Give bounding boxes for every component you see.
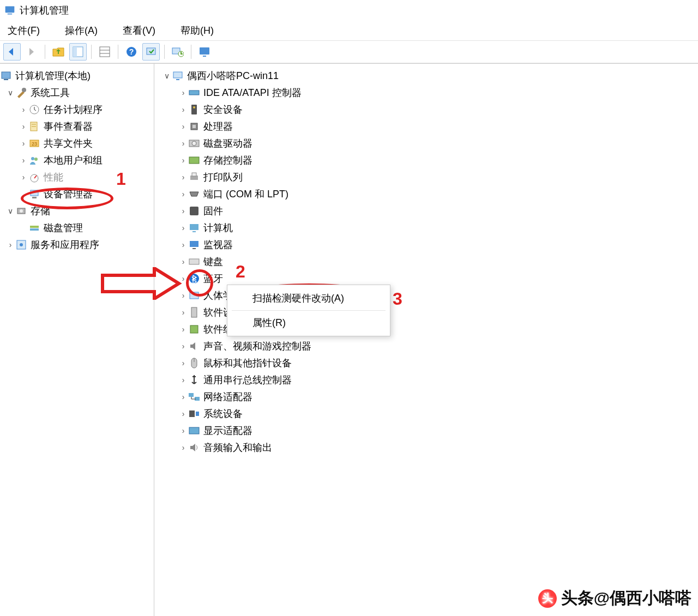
expand-icon[interactable]: › [178, 274, 188, 283]
tree-item-device-manager[interactable]: › 设备管理器 [19, 185, 154, 202]
tree-label: 通用串行总线控制器 [203, 373, 292, 386]
back-button[interactable] [3, 43, 21, 61]
svg-rect-40 [192, 125, 196, 128]
menu-view[interactable]: 查看(V) [117, 22, 161, 39]
expand-icon[interactable]: › [178, 308, 188, 317]
expand-icon[interactable]: › [178, 392, 188, 401]
cat-computer[interactable]: ›计算机 [178, 219, 698, 236]
properties-pane-button[interactable] [69, 43, 87, 61]
expand-icon[interactable]: › [178, 207, 188, 215]
collapse-icon[interactable]: ∨ [5, 207, 15, 215]
collapse-icon[interactable]: ∨ [162, 71, 172, 80]
tree-system-tools[interactable]: ∨ 系统工具 [5, 84, 154, 101]
app-icon [4, 5, 15, 16]
tree-item-task-scheduler[interactable]: › 任务计划程序 [19, 101, 154, 118]
expand-icon[interactable]: › [178, 173, 188, 182]
tree-label: 任务计划程序 [44, 103, 103, 116]
expand-icon[interactable]: › [178, 240, 188, 249]
expand-icon[interactable]: › [178, 443, 188, 452]
cat-ports[interactable]: ›端口 (COM 和 LPT) [178, 185, 698, 202]
expand-icon[interactable]: › [178, 325, 188, 334]
firmware-icon [188, 205, 200, 217]
cat-ide[interactable]: ›IDE ATA/ATAPI 控制器 [178, 84, 698, 101]
services-icon [15, 239, 27, 251]
forward-button[interactable] [23, 43, 40, 61]
cat-usb[interactable]: ›通用串行总线控制器 [178, 371, 698, 388]
cat-print-queues[interactable]: ›打印队列 [178, 168, 698, 185]
expand-icon[interactable]: › [178, 291, 188, 300]
printer-icon [188, 171, 200, 183]
expand-icon[interactable]: › [178, 224, 188, 232]
tree-label: IDE ATA/ATAPI 控制器 [203, 86, 302, 99]
expand-icon[interactable]: › [19, 173, 28, 182]
cat-sound[interactable]: ›声音、视频和游戏控制器 [178, 337, 698, 354]
collapse-icon[interactable]: ∨ [5, 88, 15, 97]
cat-keyboard[interactable]: ›键盘 [178, 253, 698, 270]
tree-label: 计算机管理(本地) [15, 69, 91, 82]
tree-root-computer-management[interactable]: 计算机管理(本地) [0, 67, 154, 84]
expand-icon[interactable]: › [178, 426, 188, 435]
up-folder-button[interactable] [50, 43, 67, 61]
expand-icon[interactable]: › [178, 122, 188, 131]
svg-point-42 [192, 141, 196, 146]
expand-icon[interactable]: › [178, 376, 188, 384]
device-root[interactable]: ∨ 偶西小嗒嗒PC-win11 [162, 67, 698, 84]
expand-icon[interactable]: › [178, 156, 188, 165]
expand-icon[interactable]: › [178, 342, 188, 351]
menu-help[interactable]: 帮助(H) [175, 22, 219, 39]
ide-controller-icon [188, 87, 200, 99]
svg-rect-61 [196, 412, 199, 416]
pc-icon [188, 222, 200, 234]
scan-hardware-button[interactable] [142, 43, 160, 61]
svg-point-38 [193, 106, 195, 108]
tree-item-performance[interactable]: › 性能 [19, 168, 154, 185]
remote-monitor-button[interactable] [196, 43, 213, 61]
expand-icon[interactable]: › [5, 240, 15, 249]
tree-item-local-users[interactable]: › 本地用户和组 [19, 152, 154, 168]
storage-controller-icon [188, 154, 200, 166]
tree-label: 系统工具 [31, 86, 70, 99]
cat-monitor[interactable]: ›监视器 [178, 236, 698, 253]
tree-services-apps[interactable]: › 服务和应用程序 [5, 236, 154, 253]
cat-audio[interactable]: ›音频输入和输出 [178, 439, 698, 456]
cat-security[interactable]: ›安全设备 [178, 101, 698, 118]
expand-icon[interactable]: › [178, 88, 188, 97]
menu-action[interactable]: 操作(A) [59, 22, 103, 39]
cat-display[interactable]: ›显示适配器 [178, 422, 698, 439]
svg-rect-26 [31, 190, 38, 196]
expand-icon[interactable]: › [178, 105, 188, 114]
refresh-devices-button[interactable] [169, 43, 186, 61]
expand-icon[interactable]: › [178, 190, 188, 198]
tree-label: 计算机 [203, 221, 233, 234]
expand-icon[interactable]: › [19, 156, 28, 165]
users-icon [28, 154, 40, 166]
tree-storage[interactable]: ∨ 存储 [5, 202, 154, 219]
monitor-icon [188, 239, 200, 251]
cat-firmware[interactable]: ›固件 [178, 202, 698, 219]
expand-icon[interactable]: › [19, 105, 28, 114]
menu-file[interactable]: 文件(F) [2, 22, 45, 39]
expand-icon[interactable]: › [178, 409, 188, 418]
expand-icon[interactable]: › [178, 257, 188, 266]
cat-disk-drives[interactable]: ›磁盘驱动器 [178, 135, 698, 152]
tree-item-event-viewer[interactable]: › 事件查看器 [19, 118, 154, 135]
ctx-scan-hardware[interactable]: 扫描检测硬件改动(A) [227, 287, 390, 309]
cat-network[interactable]: ›网络适配器 [178, 388, 698, 405]
tree-label: 固件 [203, 204, 223, 218]
tree-item-shared-folders[interactable]: › 23 共享文件夹 [19, 135, 154, 152]
list-view-button[interactable] [96, 43, 113, 61]
tree-label: 打印队列 [203, 171, 243, 184]
ctx-properties[interactable]: 属性(R) [227, 312, 390, 334]
svg-rect-54 [191, 307, 197, 317]
expand-icon[interactable]: › [178, 359, 188, 367]
tree-label: 处理器 [203, 120, 233, 133]
cat-processor[interactable]: ›处理器 [178, 118, 698, 135]
cat-system-dev[interactable]: ›系统设备 [178, 405, 698, 422]
expand-icon[interactable]: › [19, 122, 28, 131]
cat-mouse[interactable]: ›鼠标和其他指针设备 [178, 354, 698, 371]
expand-icon[interactable]: › [19, 139, 28, 148]
expand-icon[interactable]: › [178, 139, 188, 148]
tree-item-disk-management[interactable]: › 磁盘管理 [19, 219, 154, 236]
help-button[interactable]: ? [123, 43, 140, 61]
cat-storage-ctl[interactable]: ›存储控制器 [178, 152, 698, 168]
